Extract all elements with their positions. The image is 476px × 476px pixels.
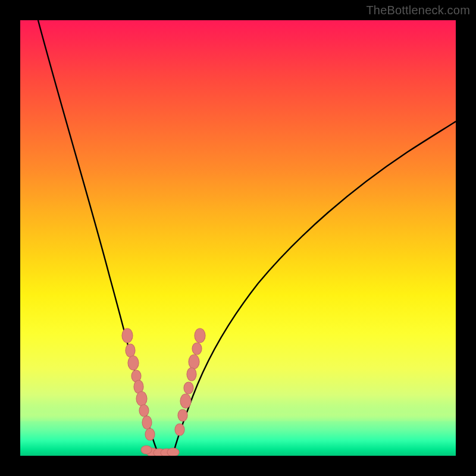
svg-point-10 xyxy=(192,343,202,355)
svg-point-15 xyxy=(178,409,187,421)
svg-point-6 xyxy=(139,405,149,416)
svg-point-2 xyxy=(128,356,139,370)
right-marker-cluster xyxy=(175,328,205,436)
svg-point-13 xyxy=(184,382,193,394)
svg-point-0 xyxy=(122,328,133,343)
svg-point-1 xyxy=(126,344,135,357)
plot-area xyxy=(20,20,456,456)
watermark-text: TheBottleneck.com xyxy=(366,4,470,17)
svg-point-14 xyxy=(180,394,191,408)
svg-point-9 xyxy=(195,328,205,343)
curves-layer xyxy=(20,20,456,456)
right-curve xyxy=(174,121,456,452)
left-marker-cluster xyxy=(122,328,155,440)
svg-point-12 xyxy=(187,368,196,381)
svg-point-5 xyxy=(136,392,147,406)
bottom-marker-cluster xyxy=(141,446,179,456)
svg-point-11 xyxy=(189,355,199,369)
svg-point-7 xyxy=(142,416,152,429)
chart-frame: TheBottleneck.com xyxy=(0,0,476,476)
svg-point-20 xyxy=(167,448,179,456)
svg-point-8 xyxy=(145,428,155,440)
svg-point-21 xyxy=(141,446,152,454)
svg-point-16 xyxy=(175,424,184,436)
